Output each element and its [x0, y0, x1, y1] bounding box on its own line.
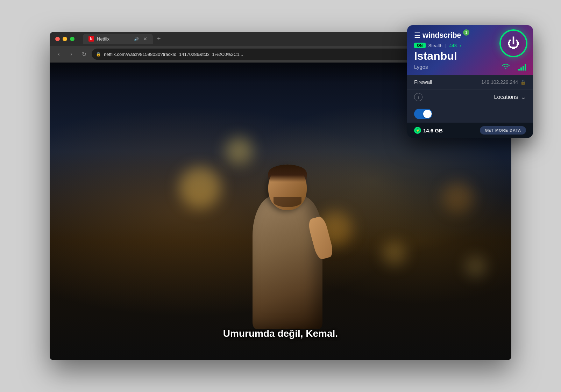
tab-close-button[interactable]: ✕ [143, 36, 147, 42]
tab-title: Netflix [97, 36, 109, 42]
netflix-tab[interactable]: N Netflix 🔊 ✕ [83, 34, 153, 44]
locations-label: Locations [494, 94, 518, 100]
svg-text:⚡: ⚡ [416, 129, 419, 132]
signal-bar-1 [518, 69, 520, 71]
firewall-ip-info: 149.102.229.244 🔒 [481, 79, 526, 85]
video-subtitle: Umurumda değil, Kemal. [223, 328, 338, 339]
firewall-row: Firewall 149.102.229.244 🔒 [407, 75, 533, 89]
locations-chevron-icon: ⌄ [521, 93, 526, 101]
refresh-button[interactable]: ↻ [79, 49, 89, 59]
tab-audio-icon: 🔊 [134, 37, 139, 41]
bokeh-4 [382, 241, 406, 266]
forward-button[interactable]: › [66, 49, 76, 59]
data-icon: ⚡ [414, 127, 421, 134]
vpn-footer: ⚡ 14.6 GB GET MORE DATA [407, 123, 533, 138]
signal-bar-4 [525, 64, 526, 71]
vpn-port-label: 443 [449, 43, 457, 48]
vpn-logo: ☰ windscribe 1 [414, 31, 469, 40]
vpn-icon-divider [514, 64, 514, 71]
firewall-label: Firewall [414, 79, 432, 85]
data-amount-text: 14.6 GB [423, 128, 443, 133]
bokeh-5 [442, 182, 474, 213]
bokeh-6 [465, 256, 486, 277]
vpn-brand-name: windscribe [422, 31, 461, 40]
info-button[interactable]: i [414, 93, 422, 101]
get-more-data-button[interactable]: GET MORE DATA [480, 126, 526, 135]
vpn-body: Firewall 149.102.229.244 🔒 i Locations ⌄ [407, 75, 533, 123]
status-divider: | [445, 43, 446, 48]
vpn-toggle-row [407, 105, 533, 123]
security-icon: 🔒 [96, 52, 101, 57]
close-traffic-light[interactable] [55, 37, 60, 41]
bokeh-1 [179, 167, 221, 209]
back-button[interactable]: ‹ [54, 49, 64, 59]
vpn-title-row: ☰ windscribe 1 ⏻ [414, 31, 526, 40]
data-usage-badge: ⚡ 14.6 GB [414, 127, 443, 134]
minimize-traffic-light[interactable] [63, 37, 67, 41]
power-icon: ⏻ [507, 36, 520, 51]
toggle-knob [423, 110, 432, 118]
new-tab-button[interactable]: + [154, 34, 164, 44]
wifi-icon [502, 63, 510, 71]
signal-strength-icon [518, 64, 526, 71]
vpn-header: ☰ windscribe 1 ⏻ ON Stealth | 443 › Ista… [407, 25, 533, 75]
vpn-toggle-switch[interactable] [414, 109, 432, 119]
vpn-notification-badge: 1 [463, 29, 469, 36]
maximize-traffic-light[interactable] [70, 37, 74, 41]
vpn-status-icons [502, 63, 526, 71]
netflix-favicon: N [88, 36, 94, 42]
vpn-panel: ☰ windscribe 1 ⏻ ON Stealth | 443 › Ista… [407, 25, 533, 138]
desktop: N Netflix 🔊 ✕ + ‹ › ↻ 🔒 netflix.com/watc… [0, 0, 561, 392]
vpn-locations-row: i Locations ⌄ [407, 89, 533, 105]
vpn-power-button[interactable]: ⏻ [499, 29, 527, 57]
vpn-on-badge: ON [414, 43, 426, 48]
signal-bar-3 [523, 66, 524, 71]
vpn-server-name: Lygos [414, 64, 428, 70]
vpn-server-row: Lygos [414, 63, 526, 71]
signal-bar-2 [520, 67, 522, 71]
locations-button[interactable]: Locations ⌄ [494, 93, 526, 101]
firewall-lock-icon: 🔒 [520, 79, 526, 85]
person-figure [253, 196, 322, 329]
status-arrow-icon: › [460, 43, 461, 48]
bokeh-2 [225, 137, 253, 165]
vpn-menu-button[interactable]: ☰ [414, 31, 420, 39]
vpn-stealth-label: Stealth [428, 43, 442, 48]
firewall-ip-address: 149.102.229.244 [481, 79, 518, 85]
